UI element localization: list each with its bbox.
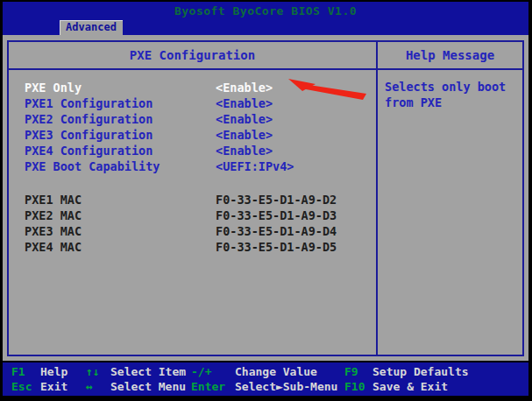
hotkey-key: -/+ bbox=[191, 364, 230, 379]
help-message-line: from PXE bbox=[385, 95, 516, 110]
mac-label: PXE1 MAC bbox=[25, 193, 82, 207]
bios-screen: Byosoft ByoCore BIOS V1.0 Advanced PXE C… bbox=[0, 0, 532, 401]
bios-option-row[interactable]: PXE3 Configuration<Enable> bbox=[25, 128, 371, 144]
hotkey-hint: -/+Change Value bbox=[191, 364, 317, 379]
bios-title: Byosoft ByoCore BIOS V1.0 bbox=[3, 4, 528, 18]
mac-value: F0-33-E5-D1-A9-D4 bbox=[216, 224, 337, 238]
bios-option-row[interactable]: PXE Boot Capability<UEFI:IPv4> bbox=[25, 159, 371, 175]
hotkey-key: ↑↓ bbox=[86, 364, 105, 379]
hotkey-hint: ↑↓Select Item bbox=[86, 364, 186, 379]
option-label: PXE2 Configuration bbox=[25, 112, 153, 126]
page-title: PXE Configuration bbox=[9, 48, 376, 62]
option-value: <Enable> bbox=[216, 144, 273, 158]
hotkey-label: Help bbox=[40, 365, 67, 378]
hotkey-label: Select►Sub-Menu bbox=[235, 380, 337, 393]
hotkey-key: F1 bbox=[11, 364, 35, 379]
panel-frame: PXE Configuration Help Message PXE Only<… bbox=[7, 40, 524, 356]
help-panel-title: Help Message bbox=[378, 48, 522, 62]
hotkey-hint: F9Setup Defaults bbox=[344, 364, 469, 379]
hotkey-hint: EnterSelect►Sub-Menu bbox=[191, 379, 337, 394]
hotkey-hint: EscExit bbox=[11, 379, 67, 394]
help-message-line: Selects only boot bbox=[385, 79, 516, 95]
hotkey-label: Exit bbox=[40, 380, 67, 393]
panel-divider bbox=[376, 42, 378, 355]
hotkey-hint: F1Help bbox=[11, 364, 67, 379]
mac-label: PXE4 MAC bbox=[25, 240, 82, 254]
option-label: PXE4 Configuration bbox=[25, 144, 153, 158]
option-label: PXE1 Configuration bbox=[25, 96, 153, 110]
hotkey-label: Save & Exit bbox=[372, 380, 448, 393]
hotkey-hint: ↔Select Menu bbox=[86, 379, 186, 394]
mac-row: PXE4 MACF0-33-E5-D1-A9-D5 bbox=[25, 240, 371, 256]
hotkey-bar: F1Help↑↓Select Item-/+Change ValueF9Setu… bbox=[3, 362, 528, 396]
hotkey-row: EscExit↔Select MenuEnterSelect►Sub-MenuF… bbox=[3, 379, 528, 394]
hotkey-hint: F10Save & Exit bbox=[344, 379, 448, 394]
option-value: <UEFI:IPv4> bbox=[216, 159, 294, 173]
hotkey-row: F1Help↑↓Select Item-/+Change ValueF9Setu… bbox=[3, 364, 528, 379]
hotkey-key: Esc bbox=[11, 379, 35, 394]
bios-title-bar: Byosoft ByoCore BIOS V1.0 Advanced bbox=[3, 2, 528, 35]
bios-option-row[interactable]: PXE4 Configuration<Enable> bbox=[25, 144, 371, 159]
mac-row: PXE2 MACF0-33-E5-D1-A9-D3 bbox=[25, 208, 371, 224]
mac-value: F0-33-E5-D1-A9-D3 bbox=[216, 208, 337, 222]
hotkey-key: F9 bbox=[344, 364, 367, 379]
help-message: Selects only bootfrom PXE bbox=[385, 79, 516, 110]
bios-option-row[interactable]: PXE2 Configuration<Enable> bbox=[25, 112, 371, 128]
hotkey-label: Select Menu bbox=[110, 380, 186, 393]
option-value: <Enable> bbox=[216, 81, 273, 95]
header-separator bbox=[9, 68, 522, 70]
option-value: <Enable> bbox=[216, 128, 273, 142]
option-value: <Enable> bbox=[216, 96, 273, 110]
mac-value: F0-33-E5-D1-A9-D5 bbox=[216, 240, 337, 254]
red-arrow-pointer bbox=[287, 77, 368, 101]
hotkey-key: F10 bbox=[344, 379, 367, 394]
hotkey-key: Enter bbox=[191, 379, 230, 394]
tab-advanced[interactable]: Advanced bbox=[60, 20, 123, 35]
option-label: PXE Boot Capability bbox=[25, 159, 160, 173]
mac-list: PXE1 MACF0-33-E5-D1-A9-D2PXE2 MACF0-33-E… bbox=[25, 193, 371, 256]
mac-label: PXE2 MAC bbox=[25, 208, 82, 222]
hotkey-label: Setup Defaults bbox=[372, 365, 469, 378]
option-label: PXE3 Configuration bbox=[25, 128, 153, 142]
mac-row: PXE3 MACF0-33-E5-D1-A9-D4 bbox=[25, 224, 371, 240]
mac-row: PXE1 MACF0-33-E5-D1-A9-D2 bbox=[25, 193, 371, 208]
hotkey-label: Select Item bbox=[110, 365, 186, 378]
hotkey-label: Change Value bbox=[235, 365, 317, 378]
mac-value: F0-33-E5-D1-A9-D2 bbox=[216, 193, 337, 207]
bios-body: PXE Configuration Help Message PXE Only<… bbox=[3, 35, 528, 361]
option-label: PXE Only bbox=[25, 81, 82, 95]
option-value: <Enable> bbox=[216, 112, 273, 126]
hotkey-key: ↔ bbox=[86, 379, 105, 394]
mac-label: PXE3 MAC bbox=[25, 224, 82, 238]
